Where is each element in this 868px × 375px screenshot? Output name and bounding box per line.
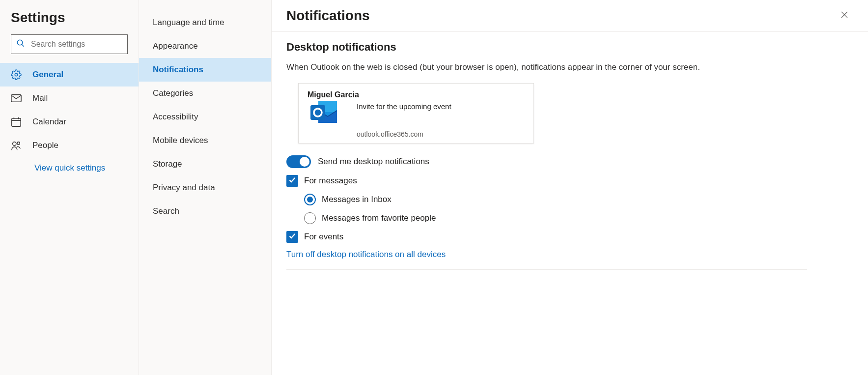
svg-point-11 <box>13 142 16 145</box>
radio-messages-favorites[interactable] <box>304 212 316 224</box>
radio-messages-inbox[interactable] <box>304 194 316 205</box>
settings-sidebar: Settings General <box>0 0 139 375</box>
subnav-item-language[interactable]: Language and time <box>139 11 271 34</box>
page-title: Notifications <box>286 8 370 24</box>
svg-point-0 <box>17 40 23 45</box>
svg-point-2 <box>15 73 18 76</box>
view-quick-settings-link[interactable]: View quick settings <box>0 157 139 179</box>
subnav-item-storage[interactable]: Storage <box>139 152 271 176</box>
section-help-desktop: When Outlook on the web is closed (but y… <box>286 62 807 72</box>
toggle-label: Send me desktop notifications <box>318 157 429 167</box>
subnav-item-accessibility[interactable]: Accessibility <box>139 105 271 129</box>
settings-subnav: Language and time Appearance Notificatio… <box>139 0 272 375</box>
sidebar-item-calendar[interactable]: Calendar <box>0 110 139 134</box>
sidebar-item-label: Mail <box>32 93 48 103</box>
checkbox-for-messages[interactable] <box>286 175 298 187</box>
sidebar-item-label: General <box>32 70 63 80</box>
sidebar-item-people[interactable]: People <box>0 134 139 157</box>
checkbox-for-events[interactable] <box>286 231 298 243</box>
toggle-desktop-notifications[interactable] <box>286 155 311 168</box>
outlook-icon <box>308 99 340 130</box>
check-icon <box>288 232 296 242</box>
svg-line-1 <box>22 44 24 47</box>
svg-rect-3 <box>11 95 21 102</box>
check-icon <box>288 176 296 186</box>
search-input[interactable] <box>30 39 122 49</box>
sidebar-item-mail[interactable]: Mail <box>0 87 139 110</box>
search-settings-box[interactable] <box>11 34 128 54</box>
settings-title: Settings <box>0 5 139 34</box>
close-icon <box>840 10 849 21</box>
subnav-item-mobile[interactable]: Mobile devices <box>139 129 271 152</box>
subnav-item-privacy[interactable]: Privacy and data <box>139 176 271 200</box>
subnav-item-categories[interactable]: Categories <box>139 82 271 105</box>
subnav-item-search[interactable]: Search <box>139 200 271 223</box>
subnav-item-notifications[interactable]: Notifications <box>139 58 271 82</box>
radio-label: Messages from favorite people <box>322 213 436 223</box>
radio-label: Messages in Inbox <box>322 195 392 204</box>
search-icon <box>16 39 30 50</box>
preview-domain: outlook.office365.com <box>357 130 525 138</box>
subnav-item-appearance[interactable]: Appearance <box>139 34 271 58</box>
turn-off-all-devices-link[interactable]: Turn off desktop notifications on all de… <box>286 250 446 260</box>
svg-rect-17 <box>310 105 325 120</box>
preview-from: Miguel Garcia <box>308 90 525 99</box>
gear-icon <box>11 69 25 80</box>
svg-rect-4 <box>12 118 21 126</box>
people-icon <box>11 140 25 151</box>
svg-point-12 <box>17 142 20 145</box>
checkbox-label: For messages <box>304 176 357 186</box>
sidebar-item-general[interactable]: General <box>0 63 139 87</box>
checkbox-label: For events <box>304 232 343 242</box>
content-panel: Notifications Desktop notifications When… <box>272 0 868 375</box>
section-heading-desktop: Desktop notifications <box>286 41 807 54</box>
preview-subject: Invite for the upcoming event <box>357 102 525 111</box>
mail-icon <box>11 93 25 104</box>
notification-preview-card: Miguel Garcia Invite for <box>298 83 534 144</box>
section-divider <box>286 269 807 270</box>
sidebar-item-label: Calendar <box>32 117 66 127</box>
sidebar-item-label: People <box>32 141 58 150</box>
close-button[interactable] <box>836 7 853 25</box>
calendar-icon <box>11 116 25 127</box>
